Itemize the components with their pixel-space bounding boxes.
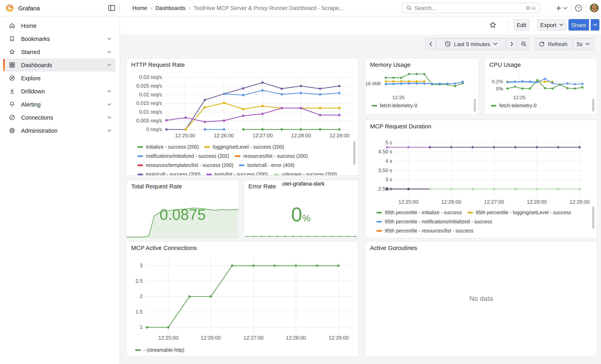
search-input[interactable]: Search... ⌘+k	[402, 3, 540, 13]
panel-title[interactable]: MCP Active Connections	[131, 244, 197, 251]
legend-item[interactable]: initialize - success (200)	[138, 144, 199, 149]
svg-text:4.50 s: 4.50 s	[378, 149, 392, 154]
panel-title[interactable]: Total Request Rate	[131, 183, 182, 189]
legend-item[interactable]: fetch-telemetry-0	[372, 103, 417, 108]
legend-series-label: 95th percentile - resources/list - succe…	[385, 228, 473, 234]
time-forward-button[interactable]	[506, 38, 517, 50]
sidebar-item-label: Alerting	[21, 101, 40, 108]
svg-text:0.025 req/s: 0.025 req/s	[136, 83, 162, 89]
legend-item[interactable]: logging/setLevel - success (200)	[204, 144, 284, 149]
breadcrumb: Home › Dashboards › ToolHive MCP Server …	[132, 0, 344, 16]
legend-scrollbar[interactable]	[353, 141, 355, 165]
legend-series-label: fetch-telemetry-0	[380, 103, 417, 108]
grafana-app: Grafana Home › Dashboards › ToolHive MCP…	[0, 0, 601, 364]
panel-title[interactable]: Active Goroutines	[370, 244, 417, 251]
panel-title[interactable]: Memory Usage	[370, 61, 411, 68]
toolbar-divider	[508, 21, 508, 30]
svg-text:0 req/s: 0 req/s	[146, 127, 162, 132]
sidebar-item-home[interactable]: Home	[5, 19, 116, 32]
panel-title[interactable]: Error Rate	[249, 183, 276, 189]
stat-unit: %	[302, 213, 311, 223]
sidebar-item-dashboards[interactable]: Dashboards	[5, 59, 116, 71]
brand[interactable]: Grafana	[0, 3, 40, 13]
sidebar-item-explore[interactable]: Explore	[5, 71, 116, 85]
sidebar-toggle-icon[interactable]	[108, 4, 115, 11]
legend-series-color-icon	[273, 173, 279, 175]
legend-item[interactable]: tools/call - success (200)	[138, 172, 200, 176]
new-button[interactable]	[556, 5, 567, 11]
sidebar-item-label: Home	[21, 22, 36, 29]
grafana-logo-icon	[5, 3, 14, 13]
legend-item[interactable]: resources/list - success (200)	[235, 153, 308, 158]
compass-icon	[9, 75, 16, 81]
legend-item[interactable]: unknown - success (200)	[273, 172, 337, 176]
svg-text:4 s: 4 s	[385, 158, 392, 164]
sidebar-item-administration[interactable]: Administration	[5, 124, 116, 137]
chevron-down-icon	[107, 63, 112, 67]
time-range-picker[interactable]: Last 5 minutes	[436, 38, 506, 50]
sidebar-item-label: Connections	[21, 114, 53, 121]
share-button[interactable]: Share	[568, 19, 589, 31]
sidebar-item-drilldown[interactable]: Drilldown	[5, 85, 116, 98]
legend-item[interactable]: 95th percentile - notifications/initiali…	[376, 219, 492, 224]
chevron-down-icon	[586, 42, 590, 45]
legend-series-color-icon	[372, 105, 377, 106]
legend-item[interactable]: tools/call - error (404)	[239, 163, 295, 168]
refresh-button[interactable]: Refresh	[534, 38, 572, 50]
sidebar-item-bookmarks[interactable]: Bookmarks	[5, 32, 116, 45]
legend-item[interactable]: tools/list - success (200)	[206, 172, 268, 176]
sidebar-item-connections[interactable]: Connections	[5, 111, 116, 124]
legend-series-label: unknown - success (200)	[282, 171, 337, 176]
chevron-left-icon	[429, 42, 432, 46]
svg-text:1: 1	[140, 324, 142, 330]
edit-button[interactable]: Edit	[513, 19, 530, 31]
share-menu-button[interactable]	[590, 19, 599, 31]
export-button[interactable]: Export	[537, 19, 566, 31]
export-button-label: Export	[540, 22, 556, 28]
svg-text:0.01 req/s: 0.01 req/s	[139, 109, 162, 115]
sidebar-item-starred[interactable]: Starred	[5, 45, 116, 59]
legend-item[interactable]: 95th percentile - logging/setLevel - suc…	[467, 210, 571, 215]
legend-series-label: tools/list - success (200)	[214, 171, 268, 176]
edit-button-label: Edit	[517, 22, 526, 28]
chevron-down-icon	[107, 128, 112, 133]
legend-item[interactable]: 95th percentile - initialize - success	[376, 210, 462, 215]
legend-series-label: - (streamable-http)	[143, 347, 184, 353]
legend-item[interactable]: resources/templates/list - success (200)	[138, 163, 233, 168]
legend-item[interactable]: fetch-telemetry-0	[491, 103, 537, 108]
svg-text:0.02 req/s: 0.02 req/s	[139, 92, 162, 97]
svg-text:0.005 req/s: 0.005 req/s	[136, 118, 162, 123]
svg-text:?: ?	[577, 6, 580, 10]
bookmark-icon	[9, 35, 16, 42]
refresh-interval-picker[interactable]: 5s	[573, 38, 593, 50]
legend-item[interactable]: - (streamable-http)	[135, 347, 184, 353]
app-header: Grafana Home › Dashboards › ToolHive MCP…	[0, 0, 601, 16]
stat-number: 0	[291, 204, 302, 226]
favorite-star-icon[interactable]	[489, 21, 497, 29]
legend-series-color-icon	[491, 105, 496, 106]
zoom-out-button[interactable]	[518, 38, 530, 50]
panel-title[interactable]: CPU Usage	[489, 61, 521, 68]
panel-title[interactable]: MCP Request Duration	[370, 123, 431, 129]
time-back-button[interactable]	[425, 38, 436, 50]
svg-text:12:27:00: 12:27:00	[484, 199, 504, 205]
tooltip-overlay-label: otel-grafana-dark	[282, 180, 325, 187]
legend-item[interactable]: 95th percentile - resources/list - succe…	[376, 228, 473, 233]
legend-scrollbar[interactable]	[474, 99, 476, 112]
avatar[interactable]	[590, 4, 599, 12]
breadcrumb-home[interactable]: Home	[132, 5, 147, 11]
svg-text:16 MiB: 16 MiB	[365, 81, 381, 86]
legend-scrollbar[interactable]	[592, 207, 594, 229]
help-icon[interactable]: ?	[575, 4, 582, 12]
legend-series-label: tools/call - error (404)	[247, 162, 295, 168]
panel-title[interactable]: HTTP Request Rate	[131, 61, 185, 68]
sidebar-item-alerting[interactable]: Alerting	[5, 98, 116, 111]
legend-series-color-icon	[204, 146, 210, 148]
breadcrumb-dashboards[interactable]: Dashboards	[155, 5, 185, 11]
svg-text:0%: 0%	[496, 86, 503, 91]
svg-text:12:28:00: 12:28:00	[527, 199, 547, 205]
legend-series-label: 95th percentile - logging/setLevel - suc…	[476, 210, 571, 215]
time-controls: Last 5 minutes Refresh	[425, 38, 593, 50]
legend-item[interactable]: notifications/initialized - success (202…	[138, 153, 229, 158]
legend-scrollbar[interactable]	[592, 99, 594, 112]
